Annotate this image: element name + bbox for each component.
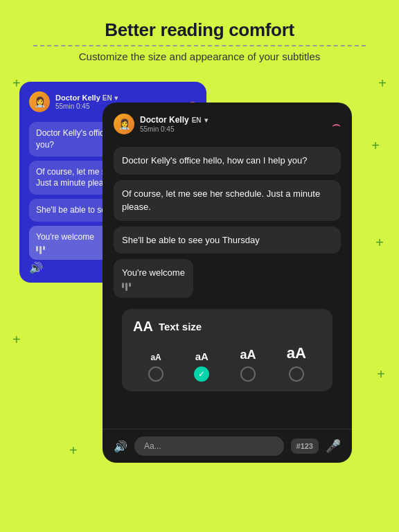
sent-bubble-wrap: You're welcome — [114, 259, 341, 303]
size-radio-xs[interactable] — [148, 366, 163, 382]
text-input[interactable]: Aa... — [134, 436, 284, 456]
plus-decoration: + — [69, 443, 78, 457]
size-option-lg[interactable]: aA — [287, 344, 306, 382]
panel-title: Text size — [159, 321, 202, 332]
dark-call-stats: 55min 0:45 — [140, 125, 208, 133]
dark-card-content: 👩‍⚕️ Doctor Kelly EN ▾ 55min 0:45 ⌢ Doct… — [103, 103, 352, 429]
page-title: Better reading comfort — [0, 0, 399, 41]
plus-decoration: + — [375, 236, 384, 249]
dark-message-bubble: She'll be able to see you Thursday — [114, 227, 341, 254]
size-label-xs: aA — [150, 353, 161, 362]
bottom-bar: 🔊 Aa... #123 🎤 — [103, 429, 352, 463]
volume-icon[interactable]: 🔊 — [29, 261, 43, 274]
text-size-icon: AA — [133, 319, 153, 335]
divider — [33, 45, 366, 46]
size-label-lg: aA — [287, 344, 306, 362]
dark-card: 👩‍⚕️ Doctor Kelly EN ▾ 55min 0:45 ⌢ Doct… — [103, 103, 352, 463]
dark-doctor-info: Doctor Kelly EN ▾ 55min 0:45 — [140, 115, 208, 133]
plus-decoration: + — [12, 76, 21, 90]
text-size-panel: AA Text size aA aA ✓ aA — [122, 309, 332, 391]
size-option-sm[interactable]: aA ✓ — [194, 351, 209, 382]
size-label-sm: aA — [195, 351, 209, 362]
text-size-options: aA aA ✓ aA aA — [133, 344, 321, 382]
dark-audio-waves — [122, 283, 185, 291]
check-icon: ✓ — [198, 369, 205, 379]
dark-call-header: 👩‍⚕️ Doctor Kelly EN ▾ 55min 0:45 ⌢ — [114, 114, 341, 134]
mic-icon[interactable]: 🎤 — [326, 438, 341, 454]
dark-message-bubble-sent: You're welcome — [114, 259, 193, 298]
size-radio-lg[interactable] — [289, 366, 304, 382]
dark-message-bubble: Of course, let me see her schedule. Just… — [114, 180, 341, 221]
plus-decoration: + — [377, 367, 385, 381]
dark-message-bubble: Doctor Kelly's office hello, how can I h… — [114, 147, 341, 175]
lang-badge: EN — [103, 94, 112, 102]
avatar-image-dark: 👩‍⚕️ — [114, 114, 134, 134]
plus-decoration: + — [371, 139, 380, 152]
end-call-dark-icon[interactable]: ⌢ — [332, 116, 341, 132]
blue-doctor-name: Doctor Kelly EN ▾ — [55, 94, 183, 102]
size-option-xs[interactable]: aA — [148, 353, 163, 382]
size-radio-sm[interactable]: ✓ — [194, 366, 209, 382]
plus-decoration: + — [378, 76, 387, 90]
avatar-dark: 👩‍⚕️ — [114, 114, 134, 134]
size-label-md: aA — [240, 348, 256, 362]
size-option-md[interactable]: aA — [240, 348, 256, 382]
dark-doctor-name: Doctor Kelly EN ▾ — [140, 115, 208, 125]
plus-decoration: + — [12, 332, 21, 346]
avatar-image: 👩‍⚕️ — [29, 91, 50, 112]
subtitle: Customize the size and appearance of you… — [0, 51, 399, 62]
avatar: 👩‍⚕️ — [29, 91, 50, 112]
chevron-icon: ▾ — [114, 94, 118, 102]
size-radio-md[interactable] — [240, 366, 256, 382]
volume-bottom-icon[interactable]: 🔊 — [114, 440, 127, 453]
panel-header: AA Text size — [133, 319, 321, 335]
hash-badge[interactable]: #123 — [291, 438, 319, 454]
lang-badge-dark: EN — [192, 116, 202, 124]
chevron-dark-icon: ▾ — [204, 116, 208, 124]
